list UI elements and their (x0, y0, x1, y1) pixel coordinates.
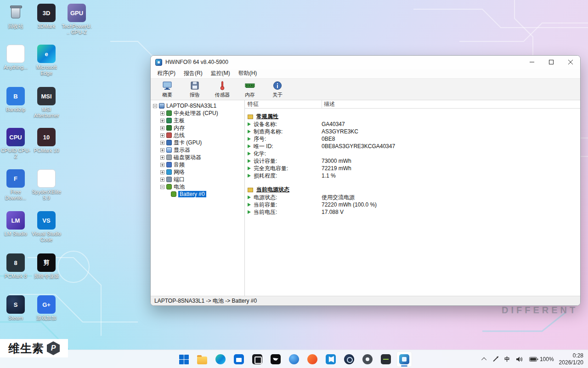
desktop-icon-3dmark[interactable]: 3D 3DMark (31, 4, 62, 29)
desktop-icon-jianying-pro[interactable]: 剪 剪映专业版 (31, 253, 62, 279)
tray-overflow-button[interactable] (482, 353, 487, 366)
expand-icon[interactable] (160, 170, 164, 174)
desktop-icon-bandizip[interactable]: B Bandizip (0, 87, 31, 113)
desktop-icon-free-download-manager[interactable]: F Free Downlo... (0, 169, 31, 201)
tree-item-memory[interactable]: 内存 (151, 124, 244, 132)
title-bar[interactable]: HWiNFO® 64 v8.40-5900 (151, 56, 580, 69)
taskbar-app-blue[interactable] (286, 351, 302, 367)
taskbar-file-explorer[interactable] (194, 351, 210, 367)
edge-icon: e (37, 45, 56, 63)
taskbar-app-dark-2[interactable] (378, 351, 394, 367)
desktop-icon-steam[interactable]: S Steam (0, 295, 31, 321)
start-button[interactable] (176, 351, 192, 367)
tree-item-audio[interactable]: 音频 (151, 161, 244, 168)
expand-icon[interactable] (160, 119, 164, 123)
report-button[interactable]: 报告 (181, 79, 209, 100)
minimize-button[interactable] (522, 56, 542, 69)
expand-icon[interactable] (160, 163, 164, 167)
lm-studio-icon: LM (6, 211, 25, 230)
tree-item-cpu[interactable]: 中央处理器 (CPU) (151, 109, 244, 117)
tree-item-ports[interactable]: 端口 (151, 176, 244, 183)
audio-icon (166, 162, 172, 167)
menu-help[interactable]: 帮助(H) (235, 69, 261, 78)
taskbar-app-orange[interactable] (305, 351, 320, 367)
attribute-icon (248, 196, 251, 199)
close-button[interactable] (561, 56, 580, 69)
tree-item-battery[interactable]: 电池 (151, 183, 244, 190)
ime-indicator[interactable]: 中 (503, 353, 511, 366)
tree-item-monitor[interactable]: 显示器 (151, 146, 244, 154)
collapse-icon[interactable] (160, 185, 164, 189)
about-icon (272, 80, 283, 91)
taskbar-hwinfo[interactable] (396, 351, 412, 367)
status-path: LAPTOP-8SNA33L1 -> 电池 -> Battery #0 (154, 297, 257, 305)
desktop-icon-gpu-z[interactable]: GPU TechPowerU... GPU-Z (62, 4, 92, 35)
maximize-button[interactable] (542, 56, 561, 69)
battery-icon (166, 184, 172, 190)
expand-icon[interactable] (160, 155, 164, 160)
menu-monitor[interactable]: 监控(M) (207, 69, 234, 78)
sensors-button[interactable]: 传感器 (209, 79, 236, 100)
tray-pen-button[interactable] (492, 353, 499, 366)
taskbar-edge[interactable] (213, 351, 228, 367)
volume-button[interactable] (515, 353, 524, 366)
column-feature[interactable]: 特征 (245, 100, 322, 108)
desktop-icon-pcmark-10[interactable]: 10 PCMark 10 (31, 128, 62, 154)
status-bar: LAPTOP-8SNA33L1 -> 电池 -> Battery #0 (151, 296, 580, 305)
tree-item-drives[interactable]: 磁盘驱动器 (151, 154, 244, 161)
expand-icon[interactable] (160, 133, 164, 138)
desktop-icon-microsoft-edge[interactable]: e Microsoft Edge (31, 45, 62, 76)
expand-icon[interactable] (160, 126, 164, 130)
hwinfo-app-icon (155, 59, 162, 66)
desktop-icon-gamepp[interactable]: G+ 游戏加加 (31, 295, 62, 321)
attribute-icon (248, 167, 251, 170)
menu-bar: 程序(P) 报告(R) 监控(M) 帮助(H) (151, 69, 580, 79)
menu-report[interactable]: 报告(R) (180, 69, 206, 78)
tree-item-motherboard[interactable]: 主板 (151, 117, 244, 124)
tree-item-battery-0[interactable]: Battery #0 (151, 190, 244, 198)
desktop-icon-msi-afterburner[interactable]: MSI MSI Afterburner (31, 87, 62, 119)
tree-item-bus[interactable]: 总线 (151, 132, 244, 139)
taskbar-store[interactable] (231, 351, 247, 367)
taskbar-steam[interactable] (341, 351, 357, 367)
detail-row: 完全充电容量: 72219 mWh (245, 165, 580, 172)
expand-icon[interactable] (160, 148, 164, 152)
summary-button[interactable]: 概要 (153, 79, 181, 100)
expand-icon[interactable] (160, 178, 164, 182)
collapse-icon[interactable] (153, 104, 157, 108)
desktop-icon-cpu-z[interactable]: CPU CPUID CPU-Z (0, 128, 31, 160)
memory-button[interactable]: 内存 (236, 79, 264, 100)
clock[interactable]: 0:28 2026/1/20 (559, 352, 585, 366)
detail-header: 特征 描述 (245, 100, 580, 109)
system-tray: 中 100% 0:28 2026/1/20 (482, 350, 585, 368)
desktop-icon-visual-studio-code[interactable]: VS Visual Studio Code (31, 211, 62, 243)
taskbar-vscode[interactable] (323, 351, 339, 367)
tree-root[interactable]: LAPTOP-8SNA33L1 (151, 102, 244, 109)
expand-icon[interactable] (160, 141, 164, 145)
chevron-up-icon (481, 357, 486, 362)
taskbar-settings[interactable] (360, 351, 375, 367)
taskbar-jianying[interactable] (268, 351, 283, 367)
attribute-icon (248, 159, 251, 163)
desktop-icon-lm-studio[interactable]: LM LM Studio (0, 211, 31, 237)
speaker-icon (516, 356, 523, 362)
maximize-icon (549, 60, 554, 64)
bus-icon (166, 132, 172, 138)
tree-item-network[interactable]: 网络 (151, 168, 244, 176)
app-icon (307, 354, 317, 364)
detail-row: 唯一 ID: 0BE8AS3GYRE3KCGA40347 (245, 143, 580, 150)
battery-button[interactable]: 100% (528, 353, 555, 366)
detail-row: 设备名称: GA40347 (245, 121, 580, 128)
desktop-icon-pcmark-8[interactable]: 8 PCMark 8 (0, 253, 31, 279)
menu-program[interactable]: 程序(P) (153, 69, 179, 78)
about-button[interactable]: 关于 (264, 79, 291, 100)
desktop-icon-recycle-bin[interactable]: 回收站 (0, 4, 31, 29)
column-description[interactable]: 描述 (322, 100, 580, 108)
attribute-icon (248, 203, 251, 207)
taskbar-app-dark[interactable] (249, 351, 265, 367)
expand-icon[interactable] (160, 111, 164, 115)
drive-icon (166, 155, 172, 160)
desktop-icon-anything[interactable]: a Anything... (0, 45, 31, 70)
tree-item-gpu[interactable]: 显卡 (GPU) (151, 139, 244, 146)
desktop-icon-spyderx-elite[interactable]: S SpyderXElite 5.9 (31, 169, 62, 201)
